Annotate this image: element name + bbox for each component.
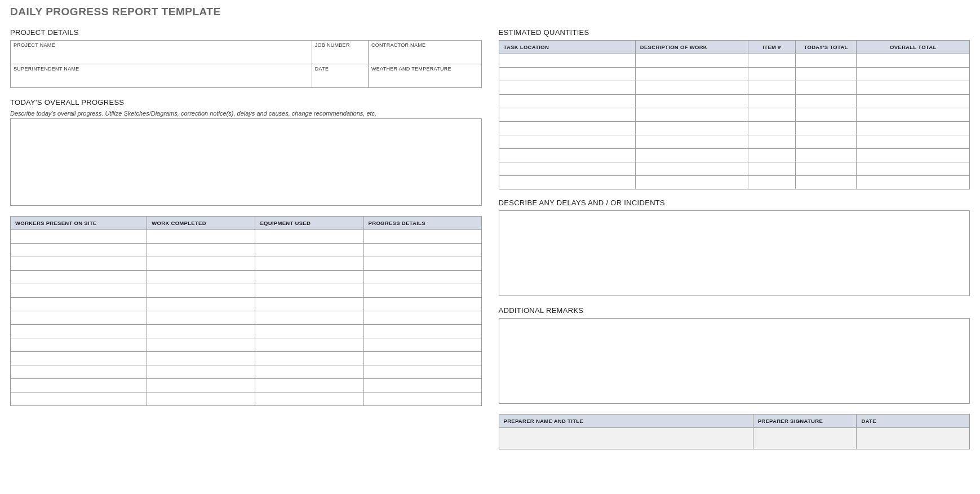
field-contractor-name[interactable] [369,48,481,64]
table-cell[interactable] [147,230,255,244]
field-date[interactable] [312,72,368,87]
table-cell[interactable] [857,95,970,108]
table-cell[interactable] [635,176,748,189]
table-cell[interactable] [11,392,147,406]
table-cell[interactable] [795,176,857,189]
table-cell[interactable] [748,68,796,81]
table-cell[interactable] [748,95,796,108]
table-cell[interactable] [499,95,635,108]
table-cell[interactable] [748,135,796,149]
table-cell[interactable] [499,108,635,122]
table-cell[interactable] [499,54,635,68]
table-cell[interactable] [499,176,635,189]
table-cell[interactable] [255,379,363,392]
table-cell[interactable] [795,54,857,68]
table-cell[interactable] [363,257,481,271]
table-cell[interactable] [363,230,481,244]
table-cell[interactable] [499,68,635,81]
table-cell[interactable] [11,257,147,271]
table-cell[interactable] [795,81,857,95]
table-cell[interactable] [255,257,363,271]
table-cell[interactable] [11,244,147,257]
progress-textarea[interactable] [10,118,482,206]
table-cell[interactable] [795,68,857,81]
table-cell[interactable] [147,257,255,271]
table-cell[interactable] [857,176,970,189]
table-cell[interactable] [795,108,857,122]
table-cell[interactable] [363,325,481,338]
field-superintendent-name[interactable] [11,72,312,87]
table-cell[interactable] [11,379,147,392]
table-cell[interactable] [255,338,363,352]
delays-textarea[interactable] [499,210,970,296]
table-cell[interactable] [363,392,481,406]
table-cell[interactable] [363,379,481,392]
table-cell[interactable] [255,365,363,379]
table-cell[interactable] [748,108,796,122]
table-cell[interactable] [255,284,363,298]
table-cell[interactable] [255,271,363,284]
table-cell[interactable] [147,352,255,365]
table-cell[interactable] [363,365,481,379]
table-cell[interactable] [363,352,481,365]
table-cell[interactable] [147,271,255,284]
table-cell[interactable] [635,68,748,81]
table-cell[interactable] [11,352,147,365]
table-cell[interactable] [857,149,970,162]
table-cell[interactable] [748,122,796,135]
field-job-number[interactable] [312,48,368,64]
remarks-textarea[interactable] [499,318,970,404]
table-cell[interactable] [857,108,970,122]
table-cell[interactable] [147,338,255,352]
table-cell[interactable] [795,162,857,176]
table-cell[interactable] [147,298,255,311]
table-cell[interactable] [363,338,481,352]
table-cell[interactable] [147,392,255,406]
table-cell[interactable] [499,149,635,162]
table-cell[interactable] [147,244,255,257]
table-cell[interactable] [11,311,147,325]
table-cell[interactable] [635,149,748,162]
table-cell[interactable] [795,122,857,135]
table-cell[interactable] [11,325,147,338]
table-cell[interactable] [857,135,970,149]
table-cell[interactable] [363,284,481,298]
table-cell[interactable] [499,135,635,149]
table-cell[interactable] [748,149,796,162]
table-cell[interactable] [11,338,147,352]
table-cell[interactable] [255,325,363,338]
table-cell[interactable] [635,54,748,68]
table-cell[interactable] [255,392,363,406]
table-cell[interactable] [147,325,255,338]
table-cell[interactable] [255,230,363,244]
table-cell[interactable] [11,271,147,284]
table-cell[interactable] [11,230,147,244]
table-cell[interactable] [795,149,857,162]
table-cell[interactable] [748,81,796,95]
field-project-name[interactable] [11,48,312,64]
table-cell[interactable] [748,162,796,176]
table-cell[interactable] [499,162,635,176]
field-signature-date[interactable] [857,428,970,449]
table-cell[interactable] [147,311,255,325]
table-cell[interactable] [363,311,481,325]
table-cell[interactable] [635,135,748,149]
table-cell[interactable] [635,95,748,108]
table-cell[interactable] [795,95,857,108]
table-cell[interactable] [255,298,363,311]
table-cell[interactable] [363,271,481,284]
table-cell[interactable] [635,108,748,122]
table-cell[interactable] [635,162,748,176]
field-preparer-signature[interactable] [753,428,857,449]
table-cell[interactable] [11,298,147,311]
table-cell[interactable] [748,54,796,68]
table-cell[interactable] [857,162,970,176]
table-cell[interactable] [255,244,363,257]
table-cell[interactable] [748,176,796,189]
table-cell[interactable] [11,284,147,298]
table-cell[interactable] [363,244,481,257]
table-cell[interactable] [363,298,481,311]
field-weather[interactable] [369,72,481,87]
table-cell[interactable] [147,379,255,392]
table-cell[interactable] [255,311,363,325]
